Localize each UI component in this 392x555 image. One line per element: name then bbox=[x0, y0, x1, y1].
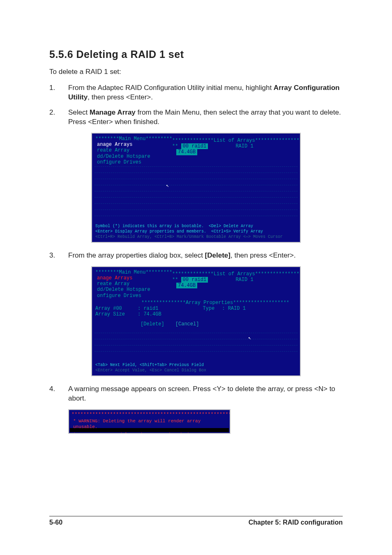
array-raid-type: RAID 1 bbox=[235, 277, 253, 283]
list-of-arrays-title: **************List of Arrays************… bbox=[172, 271, 300, 277]
warning-border-top: ****************************************… bbox=[71, 412, 227, 417]
keyboard-help: <Tab> Next Field, <Shift+Tab> Previous F… bbox=[95, 362, 297, 373]
array-list-row[interactable]: ** 00 raid1 RAID 1 74.4GB bbox=[172, 277, 275, 289]
bios-screenshot-2: ********Main Menu********* anage Arrays … bbox=[91, 266, 301, 376]
section-heading: 5.5.6 Deleting a RAID 1 set bbox=[49, 48, 343, 60]
warning-screenshot: ****************************************… bbox=[68, 409, 231, 434]
prop-value-type: : RAID 1 bbox=[222, 306, 246, 311]
menu-item-manage-arrays[interactable]: anage Arrays bbox=[95, 275, 165, 281]
step-text-pre: From the Adaptec RAID Configuration Util… bbox=[68, 84, 274, 92]
menu-item-create-array[interactable]: reate Array bbox=[95, 281, 165, 287]
bios-screenshot-1: ********Main Menu********* anage Arrays … bbox=[91, 133, 301, 243]
prop-label-array-num: Array #00 bbox=[95, 306, 134, 311]
mouse-cursor-icon: ↖ bbox=[248, 335, 251, 341]
menu-item-configure-drives[interactable]: onfigure Drives bbox=[95, 293, 165, 299]
page-number: 5-60 bbox=[49, 519, 62, 526]
step-body: From the Adaptec RAID Configuration Util… bbox=[68, 83, 343, 102]
step-text: A warning message appears on screen. Pre… bbox=[68, 385, 335, 402]
black-strip bbox=[70, 428, 229, 432]
prop-value-array-num: : raid1 bbox=[138, 306, 158, 311]
menu-item-add-delete-hotspare[interactable]: dd/Delete Hotspare bbox=[95, 287, 165, 292]
step-4: 4. A warning message appears on screen. … bbox=[49, 385, 343, 403]
array-marker: ** bbox=[172, 143, 178, 149]
chapter-title: Chapter 5: RAID configuration bbox=[249, 519, 343, 526]
cancel-button[interactable]: [Cancel] bbox=[175, 321, 199, 327]
menu-item-manage-arrays[interactable]: anage Arrays bbox=[95, 142, 165, 147]
prop-label-type: Type bbox=[203, 306, 214, 311]
list-of-arrays-title: **************List of Arrays************… bbox=[172, 138, 300, 143]
help-line: <Tab> Next Field, <Shift+Tab> Previous F… bbox=[95, 362, 297, 368]
help-line: <Ctrl+R> Rebuild Array, <Ctrl+B> Mark/Un… bbox=[95, 234, 297, 240]
step-2: 2. Select Manage Array from the Main Men… bbox=[49, 108, 343, 127]
main-menu-title: ********Main Menu********* bbox=[95, 136, 172, 142]
help-line: <Enter> Display Array properties and mem… bbox=[95, 229, 297, 234]
array-size: 74.4GB bbox=[176, 283, 197, 288]
array-id: 00 raid1 bbox=[181, 277, 208, 283]
prop-label-array-size: Array Size bbox=[95, 311, 134, 317]
step-body: A warning message appears on screen. Pre… bbox=[68, 385, 343, 403]
main-menu-title: ********Main Menu********* bbox=[95, 269, 172, 275]
menu-item-configure-drives[interactable]: onfigure Drives bbox=[95, 159, 165, 165]
main-menu-box: anage Arrays reate Array dd/Delete Hotsp… bbox=[95, 142, 165, 166]
array-size: 74.4GB bbox=[176, 149, 197, 155]
step-text-bold: [Delete] bbox=[205, 251, 231, 259]
step-text-post: , then press <Enter>. bbox=[231, 251, 296, 259]
prop-value-array-size: : 74.4GB bbox=[138, 311, 161, 317]
keyboard-help: Symbol (*) indicates this array is boota… bbox=[95, 223, 297, 240]
step-number: 4. bbox=[49, 385, 68, 403]
help-line: Symbol (*) indicates this array is boota… bbox=[95, 223, 297, 229]
intro-text: To delete a RAID 1 set: bbox=[49, 68, 343, 76]
step-number: 1. bbox=[49, 83, 68, 102]
step-1: 1. From the Adaptec RAID Configuration U… bbox=[49, 83, 343, 102]
array-raid-type: RAID 1 bbox=[235, 143, 253, 149]
help-line: <Enter> Accept Value, <Esc> Cancel Dialo… bbox=[95, 368, 297, 373]
step-body: From the array properties dialog box, se… bbox=[68, 251, 343, 260]
main-menu-box: anage Arrays reate Array dd/Delete Hotsp… bbox=[95, 275, 165, 299]
delete-button[interactable]: [Delete] bbox=[141, 321, 164, 327]
menu-item-create-array[interactable]: reate Array bbox=[95, 147, 165, 153]
array-properties-title: ***************Array Properties*********… bbox=[141, 300, 289, 306]
array-id: 00 raid1 bbox=[181, 143, 208, 149]
step-text-pre: Select bbox=[68, 108, 90, 116]
step-number: 2. bbox=[49, 108, 68, 127]
mouse-cursor-icon: ↖ bbox=[166, 183, 169, 189]
array-properties-box: Array #00 : raid1 Type : RAID 1 Array Si… bbox=[95, 306, 268, 327]
step-number: 3. bbox=[49, 251, 68, 260]
step-body: Select Manage Array from the Main Menu, … bbox=[68, 108, 343, 127]
step-text-bold: Manage Array bbox=[90, 108, 136, 116]
array-marker: ** bbox=[172, 277, 178, 283]
menu-item-add-delete-hotspare[interactable]: dd/Delete Hotspare bbox=[95, 154, 165, 159]
array-list-row[interactable]: ** 00 raid1 RAID 1 74.4GB bbox=[172, 143, 275, 155]
page-footer: 5-60 Chapter 5: RAID configuration bbox=[49, 516, 343, 526]
step-3: 3. From the array properties dialog box,… bbox=[49, 251, 343, 260]
step-text-post: , then press <Enter>. bbox=[88, 93, 153, 101]
step-text-pre: From the array properties dialog box, se… bbox=[68, 251, 205, 259]
